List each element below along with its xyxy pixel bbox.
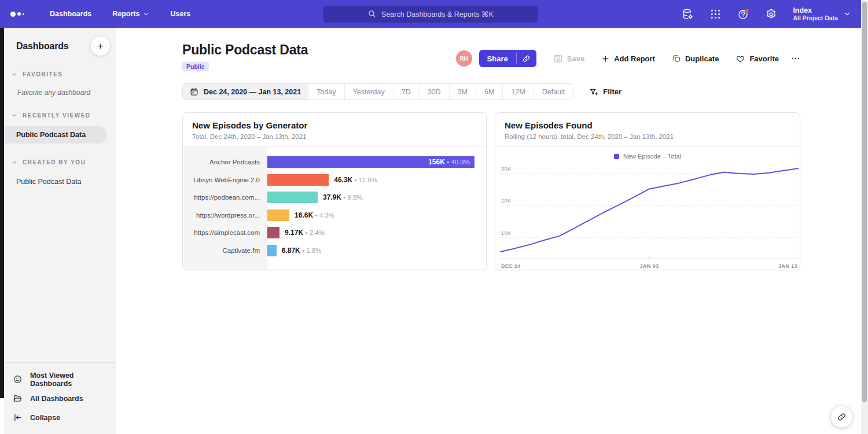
filter-button[interactable]: Filter	[589, 87, 621, 97]
svg-text:30K: 30K	[501, 166, 512, 172]
scrollbar-thumb[interactable]	[862, 2, 867, 402]
save-button[interactable]: Save	[553, 54, 584, 64]
bar-row[interactable]: 9.17K • 2.4%	[267, 224, 475, 242]
share-link-button[interactable]	[517, 50, 536, 67]
share-button[interactable]: Share	[479, 50, 516, 67]
apps-grid-icon[interactable]	[709, 8, 722, 20]
bar-row[interactable]: 156K • 40.3%	[267, 153, 475, 171]
bar-value: 9.17K	[285, 229, 303, 237]
preset-6m[interactable]: 6M	[476, 84, 503, 100]
preset-3m[interactable]: 3M	[450, 84, 476, 100]
add-dashboard-button[interactable]: +	[91, 36, 110, 56]
bar-row[interactable]: 6.87K • 1.8%	[267, 242, 475, 260]
share-link-fab[interactable]	[831, 406, 852, 428]
sidebar-footer-most-viewed-dashboards[interactable]: Most Viewed Dashboards	[4, 370, 116, 389]
bar-value: 16.6K	[295, 211, 313, 219]
top-nav: DashboardsReportsUsers	[50, 10, 190, 18]
bar-chart: Anchor PodcastsLibsyn WebEngine 2.0https…	[183, 147, 486, 270]
preset-default[interactable]: Default	[534, 84, 573, 100]
scrollbar-track[interactable]	[861, 0, 868, 434]
sidebar-footer-collapse[interactable]: Collapse	[4, 408, 116, 427]
collapse-icon	[13, 413, 23, 422]
sidebar-footer: Most Viewed DashboardsAll DashboardsColl…	[4, 362, 116, 434]
plus-icon	[601, 54, 610, 63]
bar-row[interactable]: 16.6K • 4.3%	[267, 207, 475, 225]
nav-dashboards[interactable]: Dashboards	[50, 10, 91, 18]
preset-today[interactable]: Today	[308, 84, 344, 100]
bar-percent: • 1.8%	[302, 247, 321, 254]
chart-legend: New Episode – Total	[495, 153, 800, 160]
project-scope: All Project Data	[793, 14, 838, 22]
filter-funnel-icon	[589, 87, 598, 97]
preset-12m[interactable]: 12M	[503, 84, 534, 100]
filter-row: Dec 24, 2020 — Jan 13, 2021 TodayYesterd…	[182, 83, 800, 100]
settings-icon[interactable]	[765, 8, 777, 20]
preset-yesterday[interactable]: Yesterday	[345, 84, 393, 100]
sidebar-footer-all-dashboards[interactable]: All Dashboards	[4, 389, 116, 408]
legend-swatch	[614, 154, 619, 159]
search-input[interactable]: Search Dashboards & Reports ⌘K	[323, 6, 538, 23]
more-options-button[interactable]	[791, 54, 800, 63]
preset-7d[interactable]: 7D	[393, 84, 420, 100]
sidebar: Dashboards + FAVORITESFavorite any dashb…	[4, 28, 116, 434]
section-empty-text: Favorite any dashboard	[17, 89, 116, 97]
svg-text:10K: 10K	[501, 230, 512, 236]
sidebar-title: Dashboards	[16, 41, 68, 52]
chevron-down-icon	[143, 11, 149, 17]
sidebar-sections: FAVORITESFavorite any dashboardRECENTLY …	[4, 56, 116, 190]
nav-users[interactable]: Users	[170, 10, 190, 18]
nav-reports[interactable]: Reports	[112, 10, 149, 18]
nav-label: Users	[170, 10, 190, 18]
help-icon[interactable]	[737, 8, 749, 20]
sidebar-section-recently-viewed: RECENTLY VIEWEDPublic Podcast Data	[4, 112, 116, 144]
date-range-picker[interactable]: Dec 24, 2020 — Jan 13, 2021	[183, 84, 308, 100]
bar-chart-card: New Episodes by Generator Total, Dec 24t…	[182, 112, 487, 270]
data-sources-icon[interactable]	[682, 8, 694, 20]
visibility-badge: Public	[182, 62, 209, 71]
section-header[interactable]: FAVORITES	[4, 71, 116, 78]
section-header[interactable]: CREATED BY YOU	[4, 159, 116, 165]
favorite-label: Favorite	[749, 54, 779, 63]
share-split-button: Share	[479, 50, 536, 67]
chevron-down-icon	[12, 113, 17, 118]
sidebar-item-dashboard[interactable]: Public Podcast Data	[4, 173, 116, 190]
save-label: Save	[567, 54, 584, 63]
sidebar-header: Dashboards +	[4, 28, 116, 56]
avatar[interactable]: RH	[456, 50, 472, 67]
footer-label: All Dashboards	[30, 395, 83, 403]
bar-value: 37.9K	[323, 193, 341, 201]
bar-value: 156K	[428, 158, 445, 166]
bar-card-subtitle: Total, Dec 24th, 2020 – Jan 13th, 2021	[192, 133, 477, 140]
section-header[interactable]: RECENTLY VIEWED	[4, 112, 116, 119]
duplicate-icon	[672, 54, 681, 63]
svg-text:20K: 20K	[501, 198, 512, 204]
bar-category-label: Anchor Podcasts	[183, 153, 267, 171]
page-header: Public Podcast Data Public RH Share Save	[182, 28, 800, 71]
bar-chart-bars: 156K • 40.3%46.3K • 11.9%37.9K • 9.8%16.…	[267, 147, 486, 270]
logo-dots-icon[interactable]	[10, 12, 34, 17]
bar-row[interactable]: 46.3K • 11.9%	[267, 171, 475, 189]
svg-text:DEC 24: DEC 24	[501, 263, 521, 269]
bar-row[interactable]: 37.9K • 9.8%	[267, 189, 475, 207]
date-range-group: Dec 24, 2020 — Jan 13, 2021 TodayYesterd…	[182, 83, 573, 100]
preset-30d[interactable]: 30D	[420, 84, 450, 100]
svg-text:JAN 03: JAN 03	[640, 263, 659, 269]
sidebar-item-dashboard[interactable]: Public Podcast Data	[4, 126, 107, 144]
bar-percent: • 9.8%	[343, 194, 362, 201]
favorite-button[interactable]: Favorite	[735, 54, 779, 64]
save-icon	[553, 54, 563, 64]
chevron-down-icon	[12, 72, 17, 77]
bar: 156K • 40.3%	[267, 156, 475, 168]
project-selector[interactable]: Index All Project Data	[793, 6, 851, 22]
bar-percent: • 4.3%	[315, 212, 334, 219]
duplicate-button[interactable]: Duplicate	[672, 54, 719, 63]
svg-text:JAN 13: JAN 13	[778, 263, 797, 269]
bar	[267, 227, 279, 238]
bar	[267, 209, 289, 221]
bar-category-label: Libsyn WebEngine 2.0	[183, 171, 267, 189]
topbar-right: Index All Project Data	[682, 6, 861, 22]
heart-icon	[735, 54, 745, 64]
main-area: Public Podcast Data Public RH Share Save	[116, 28, 861, 434]
add-report-button[interactable]: Add Report	[601, 54, 655, 63]
left-edge-strip	[0, 28, 4, 398]
